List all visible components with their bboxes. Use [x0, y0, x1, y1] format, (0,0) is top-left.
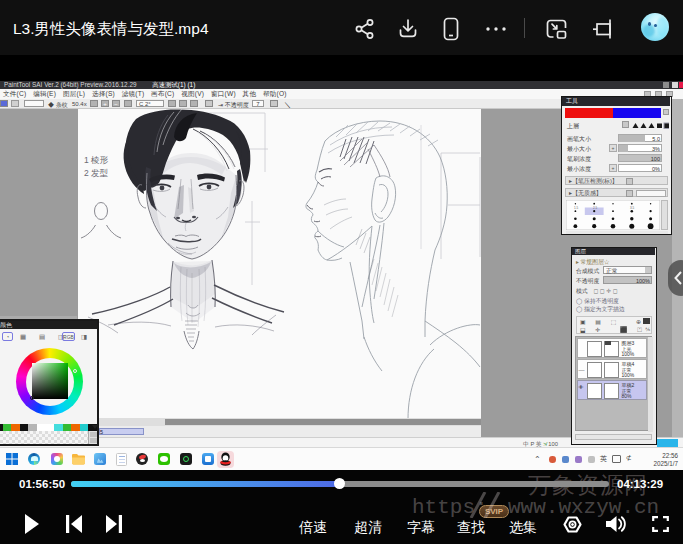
svg-text:1.5: 1.5: [574, 205, 579, 209]
svg-text:2 发型: 2 发型: [84, 168, 109, 178]
svg-text:1 棱形: 1 棱形: [84, 155, 109, 165]
svg-text:3.5: 3.5: [630, 205, 635, 209]
svg-text:2.5: 2.5: [593, 205, 598, 209]
